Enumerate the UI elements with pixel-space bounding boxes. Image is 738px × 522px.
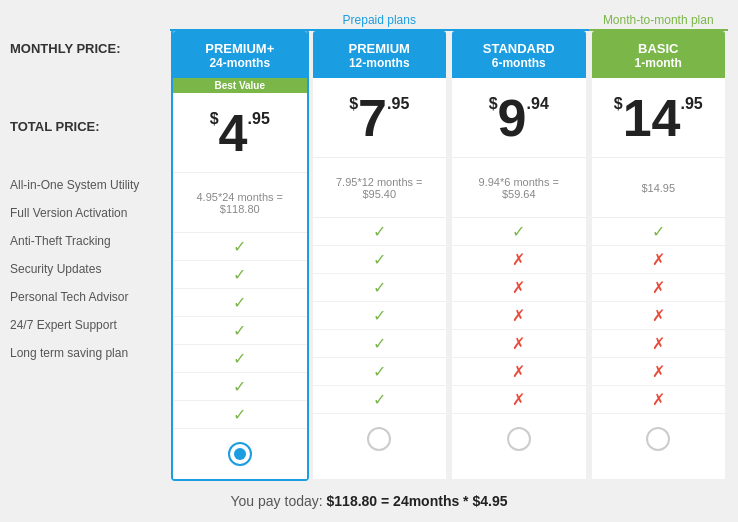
best-value-badge: Best Value	[173, 78, 307, 93]
radio-button-premium-plus[interactable]	[228, 442, 252, 466]
feature-cell-basic-5: ✗	[592, 358, 726, 386]
radio-button-standard[interactable]	[507, 427, 531, 451]
check-icon: ✓	[373, 306, 386, 325]
check-icon: ✓	[233, 349, 246, 368]
plan-name1-basic: BASIC	[597, 41, 721, 56]
feature-cell-premium-4: ✓	[313, 330, 447, 358]
feature-cell-standard-0: ✓	[452, 218, 586, 246]
radio-cell-premium-plus[interactable]	[173, 429, 307, 479]
feature-cell-premium-plus-1: ✓	[173, 261, 307, 289]
feature-label-6: Long term saving plan	[10, 339, 170, 367]
feature-cell-basic-4: ✗	[592, 330, 726, 358]
feature-cell-premium-3: ✓	[313, 302, 447, 330]
footer-bold-text: $118.80 = 24months * $4.95	[327, 493, 508, 509]
radio-cell-basic[interactable]	[592, 414, 726, 464]
cross-icon: ✗	[512, 278, 525, 297]
cross-icon: ✗	[652, 334, 665, 353]
feature-cell-premium-plus-0: ✓	[173, 233, 307, 261]
price-main-standard: 9	[498, 92, 527, 144]
feature-cell-basic-3: ✗	[592, 302, 726, 330]
price-cents-basic: .95	[681, 96, 703, 112]
plan-body-premium-plus: $4.954.95*24 months =$118.80✓✓✓✓✓✓✓	[173, 93, 307, 479]
monthly-price-label: MONTHLY PRICE:	[10, 31, 170, 111]
radio-cell-standard[interactable]	[452, 414, 586, 464]
plan-header-premium: PREMIUM12-months	[313, 31, 447, 78]
plan-col-premium[interactable]: PREMIUM12-months$7.957.95*12 months =$95…	[313, 31, 447, 479]
plan-category-labels: Prepaid plans Month-to-month plan	[170, 10, 728, 31]
price-cell-premium-plus: $4.95	[173, 93, 307, 173]
cross-icon: ✗	[652, 250, 665, 269]
feature-cell-standard-4: ✗	[452, 330, 586, 358]
plan-name1-standard: STANDARD	[457, 41, 581, 56]
total-cell-basic: $14.95	[592, 158, 726, 218]
cross-icon: ✗	[652, 306, 665, 325]
check-icon: ✓	[233, 405, 246, 424]
plan-header-basic: BASIC1-month	[592, 31, 726, 78]
plan-name2-basic: 1-month	[597, 56, 721, 70]
price-dollar-premium-plus: $	[210, 111, 219, 127]
monthly-label-wrap: Month-to-month plan	[589, 10, 729, 31]
plan-header-premium-plus: PREMIUM+24-months	[173, 31, 307, 78]
cross-icon: ✗	[652, 278, 665, 297]
cross-icon: ✗	[512, 306, 525, 325]
cross-icon: ✗	[512, 390, 525, 409]
check-icon: ✓	[233, 377, 246, 396]
price-dollar-premium: $	[349, 96, 358, 112]
feature-cell-basic-0: ✓	[592, 218, 726, 246]
feature-cell-basic-1: ✗	[592, 246, 726, 274]
price-cell-standard: $9.94	[452, 78, 586, 158]
check-icon: ✓	[512, 222, 525, 241]
cross-icon: ✗	[512, 250, 525, 269]
total-cell-premium: 7.95*12 months =$95.40	[313, 158, 447, 218]
feature-label-1: Full Version Activation	[10, 199, 170, 227]
check-icon: ✓	[233, 321, 246, 340]
feature-label-0: All-in-One System Utility	[10, 171, 170, 199]
plan-header-standard: STANDARD6-months	[452, 31, 586, 78]
check-icon: ✓	[233, 237, 246, 256]
check-icon: ✓	[233, 265, 246, 284]
plan-body-basic: $14.95$14.95✓✗✗✗✗✗✗	[592, 78, 726, 479]
total-cell-standard: 9.94*6 months =$59.64	[452, 158, 586, 218]
feature-cell-standard-6: ✗	[452, 386, 586, 414]
radio-cell-premium[interactable]	[313, 414, 447, 464]
feature-cell-standard-1: ✗	[452, 246, 586, 274]
feature-cell-standard-2: ✗	[452, 274, 586, 302]
cross-icon: ✗	[652, 362, 665, 381]
plan-col-basic[interactable]: BASIC1-month$14.95$14.95✓✗✗✗✗✗✗	[592, 31, 726, 479]
check-icon: ✓	[373, 278, 386, 297]
check-icon: ✓	[233, 293, 246, 312]
monthly-label: Month-to-month plan	[589, 13, 729, 31]
feature-label-5: 24/7 Expert Support	[10, 311, 170, 339]
footer-bar: You pay today: $118.80 = 24months * $4.9…	[10, 479, 728, 517]
radio-inner-premium-plus	[234, 448, 246, 460]
feature-cell-premium-plus-4: ✓	[173, 345, 307, 373]
feature-cell-premium-0: ✓	[313, 218, 447, 246]
feature-cell-premium-5: ✓	[313, 358, 447, 386]
price-cents-premium-plus: .95	[248, 111, 270, 127]
plan-body-standard: $9.949.94*6 months =$59.64✓✗✗✗✗✗✗	[452, 78, 586, 479]
price-main-premium: 7	[358, 92, 387, 144]
price-main-basic: 14	[623, 92, 681, 144]
price-main-premium-plus: 4	[219, 107, 248, 159]
radio-button-basic[interactable]	[646, 427, 670, 451]
plan-col-standard[interactable]: STANDARD6-months$9.949.94*6 months =$59.…	[452, 31, 586, 479]
feature-cell-standard-3: ✗	[452, 302, 586, 330]
prepaid-label-wrap: Prepaid plans	[170, 10, 589, 31]
plan-name2-premium: 12-months	[318, 56, 442, 70]
plan-body-premium: $7.957.95*12 months =$95.40✓✓✓✓✓✓✓	[313, 78, 447, 479]
check-icon: ✓	[373, 390, 386, 409]
feature-cell-premium-plus-3: ✓	[173, 317, 307, 345]
feature-cell-premium-1: ✓	[313, 246, 447, 274]
check-icon: ✓	[373, 250, 386, 269]
check-icon: ✓	[373, 222, 386, 241]
cross-icon: ✗	[512, 334, 525, 353]
price-dollar-basic: $	[614, 96, 623, 112]
footer-text-prefix: You pay today:	[231, 493, 327, 509]
cross-icon: ✗	[512, 362, 525, 381]
pricing-table: MONTHLY PRICE: TOTAL PRICE: All-in-One S…	[10, 31, 728, 479]
feature-cell-premium-plus-6: ✓	[173, 401, 307, 429]
plan-col-premium-plus[interactable]: PREMIUM+24-monthsBest Value$4.954.95*24 …	[171, 29, 309, 481]
radio-button-premium[interactable]	[367, 427, 391, 451]
plan-name2-premium-plus: 24-months	[178, 56, 302, 70]
pricing-container: Prepaid plans Month-to-month plan MONTHL…	[0, 0, 738, 522]
